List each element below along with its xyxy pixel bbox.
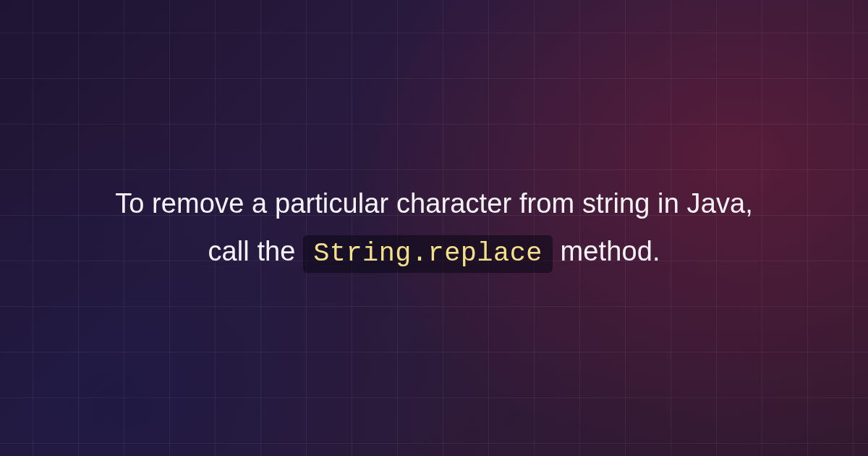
- code-snippet: String.replace: [303, 235, 553, 273]
- hero-card: To remove a particular character from st…: [0, 0, 868, 456]
- text-after-code: method.: [561, 236, 660, 266]
- description-text: To remove a particular character from st…: [65, 180, 803, 277]
